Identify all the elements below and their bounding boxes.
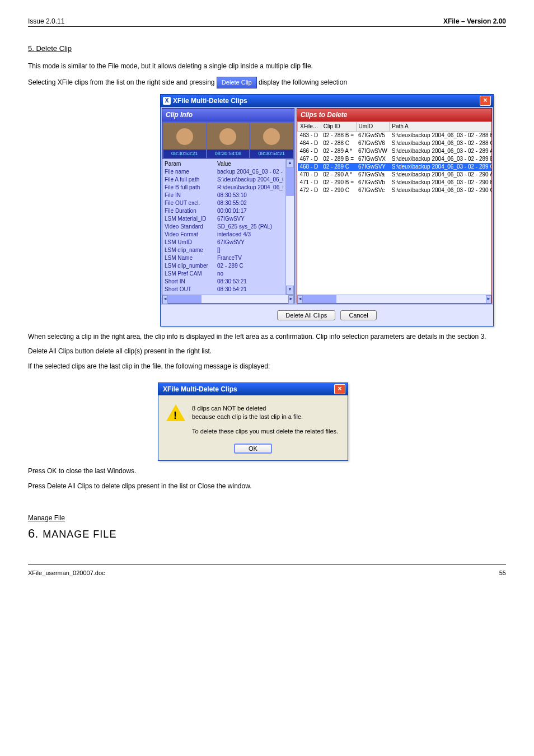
footer-filename: XFile_userman_020007.doc [28, 569, 105, 577]
close-icon[interactable]: × [334, 384, 345, 394]
para-delete-all: Delete All Clips button delete all clip(… [28, 347, 506, 356]
cancel-button[interactable]: Cancel [340, 310, 376, 320]
param-value-column: Value backup 2004_06_03 - 02 - 289 C.mxf… [215, 159, 285, 295]
table-row[interactable]: 463 - D02 - 288 B =67IGwSV5S:\deux\backu… [298, 131, 492, 139]
delete-all-clips-button[interactable]: Delete All Clips [277, 310, 335, 320]
table-row[interactable]: 470 - D02 - 290 A *67IGwSVaS:\deux\backu… [298, 171, 492, 179]
thumbnail-strip: 08:30:53:21 08:30:54:08 08:30:54:21 [162, 122, 294, 159]
scroll-right-icon[interactable]: ► [486, 295, 491, 303]
para-button-pre: Selecting XFile clips from the list on t… [28, 78, 217, 86]
clip-info-title: Clip Info [162, 109, 294, 122]
param-name-column: Param File nameFile A full pathFile B fu… [162, 159, 215, 295]
dialog-title: XFile Multi-Delete Clips [163, 385, 237, 394]
para-end2: Press Delete All Clips to delete clips p… [28, 482, 506, 491]
para-button-ref: Selecting XFile clips from the list on t… [28, 77, 506, 88]
para-end1: Press OK to close the last Windows. [28, 466, 506, 476]
close-icon[interactable]: × [480, 96, 491, 106]
scroll-left-icon[interactable]: ◄ [297, 295, 303, 303]
thumbnail[interactable] [207, 123, 250, 150]
ok-button[interactable]: OK [234, 444, 272, 454]
window-title: XFile Multi-Delete Clips [173, 96, 247, 106]
warning-icon [166, 404, 185, 423]
para-lastclip: If the selected clips are the last clip … [28, 362, 506, 371]
header-issue: Issue 2.0.11 [28, 17, 64, 26]
table-row[interactable]: 464 - D02 - 288 C67IGwSV6S:\deux\backup … [298, 139, 492, 147]
manage-file-heading: 6. MANAGE FILE [28, 528, 506, 542]
window-footer: Delete All Clips Cancel [161, 305, 493, 326]
delete-clip-inline-button: Delete Clip [217, 77, 257, 88]
thumb-timecode: 08:30:53:21 [163, 150, 206, 158]
vertical-scrollbar[interactable]: ▲ ▼ [285, 159, 294, 295]
table-row[interactable]: 472 - D02 - 290 C67IGwSVcS:\deux\backup … [298, 186, 492, 194]
section-title: 5. Delete Clip [28, 44, 506, 54]
warning-dialog: XFile Multi-Delete Clips × 8 clips can N… [158, 382, 348, 461]
footer-page-number: 55 [499, 569, 506, 577]
grid-header-row[interactable]: XFile…Clip IDUmIDPath A [298, 122, 492, 131]
table-row[interactable]: 467 - D02 - 289 B =67IGwSVXS:\deux\backu… [298, 155, 492, 163]
clips-to-delete-title: Clips to Delete [297, 109, 491, 122]
thumbnail[interactable] [250, 123, 293, 150]
para-explain: When selecting a clip in the right area,… [28, 332, 506, 342]
table-row-selected[interactable]: 468 - D02 - 289 C67IGwSVYS:\deux\backup … [298, 163, 492, 171]
horizontal-scrollbar[interactable]: ◄ ► [297, 295, 491, 303]
horizontal-scrollbar[interactable]: ◄ ► [162, 295, 294, 303]
thumbnail[interactable] [163, 123, 206, 150]
dialog-message: 8 clips can NOT be deleted because each … [192, 404, 340, 436]
header-product: XFile – Version 2.00 [443, 17, 506, 26]
scroll-left-icon[interactable]: ◄ [162, 295, 168, 304]
clip-info-pane: Clip Info 08:30:53:21 08:30:54:08 08:30:… [162, 108, 294, 303]
thumb-timecode: 08:30:54:21 [250, 150, 293, 158]
table-row[interactable]: 466 - D02 - 289 A *67IGwSVWS:\deux\backu… [298, 147, 492, 155]
app-icon: X [163, 97, 171, 105]
scroll-down-icon[interactable]: ▼ [286, 286, 294, 295]
window-titlebar[interactable]: X XFile Multi-Delete Clips × [161, 95, 493, 107]
para-intro: This mode is similar to the File mode, b… [28, 62, 506, 71]
clips-grid[interactable]: XFile…Clip IDUmIDPath A 463 - D02 - 288 … [297, 122, 491, 303]
dialog-titlebar[interactable]: XFile Multi-Delete Clips × [158, 383, 348, 395]
scroll-right-icon[interactable]: ► [288, 295, 294, 304]
xfile-multi-delete-window: X XFile Multi-Delete Clips × Clip Info 0… [160, 94, 494, 326]
manage-file-subhead: Manage File [28, 514, 506, 523]
para-button-post: display the following selection [259, 78, 347, 86]
scroll-up-icon[interactable]: ▲ [286, 159, 294, 168]
clips-to-delete-pane: Clips to Delete XFile…Clip IDUmIDPath A … [297, 108, 492, 303]
thumb-timecode: 08:30:54:08 [207, 150, 250, 158]
table-row[interactable]: 471 - D02 - 290 B =67IGwSVbS:\deux\backu… [298, 179, 492, 186]
